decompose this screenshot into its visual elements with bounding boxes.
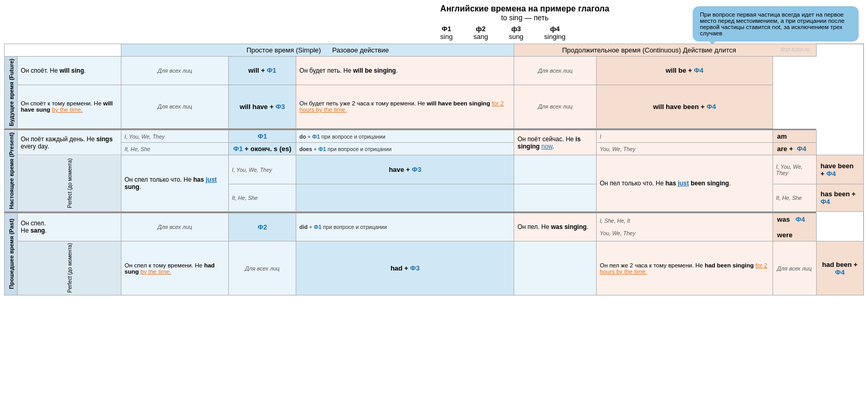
present-simple-example: Он поёт каждый день. Не sings every day. [18,130,121,155]
past-simple-note: did + Ф1 при вопросе и отрицании [296,213,514,241]
form-col-2: ф2 sang [473,25,488,40]
past-perfect-simple-forall: Для всех лиц [229,241,296,295]
present-perfect-row1: Perfect (до момента) Он спел только что.… [5,155,864,184]
present-perfect-simple-example: Он спел только что. Не has just sung. [121,155,229,212]
past-simple-forall: Для всех лиц [121,213,229,241]
form-col-3: ф3 sung [509,25,523,40]
title-block: Английские времена на примере глагола to… [440,4,610,40]
speech-bubble: При вопросе первая частица всегда идет н… [693,6,859,42]
form-value-1: sing [440,33,453,40]
future-perfect-continuous-example: Он будет петь уже 2 часа к тому времени.… [296,85,514,128]
form-col-4: ф4 singing [544,25,566,40]
past-perfect-continuous-formula: had been + Ф4 [816,241,864,295]
present-simple-row: Настоящее время (Present) Он поёт каждый… [5,130,864,143]
past-perfect-continuous-example: Он пел же 2 часа к тому времени. Не had … [596,241,773,295]
past-simple-formula: Ф2 [229,213,296,241]
past-perfect-row: Perfect (до момента) Он спел к тому врем… [5,241,864,295]
forms-row: Ф1 sing ф2 sang ф3 sung ф4 singing [440,25,610,40]
present-perfect-continuous-label2: It, He, She [773,184,816,211]
main-title: Английские времена на примере глагола [440,4,610,14]
past-perfect-label-inner: Perfect (до момента) [18,241,121,295]
future-perfect-continuous-formula: will have been + Ф4 [596,85,773,128]
present-continuous-formula1: am [773,130,816,143]
past-continuous-formula: was Ф4 were [773,213,816,241]
form-col-1: Ф1 sing [440,25,453,40]
present-simple-row2: It, He, She Ф1 + оконч. s (es) does + Ф1… [5,143,864,155]
main-table: Простое время (Simple) Разовое действие … [4,44,864,295]
future-simple-formula: will + Ф1 [229,57,296,85]
present-label-outer: Настоящее время (Present) [5,130,18,212]
bubble-text: При вопросе первая частица всегда идет н… [700,11,845,36]
past-simple-row: Прошедшее время (Past) Он спел.Не sang. … [5,213,864,241]
future-perfect-continuous-forall: Для всех лиц [514,85,596,128]
present-perfect-simple-label1: I, You, We, They [229,155,296,184]
present-perfect-simple-note2 [514,184,596,211]
future-continuous-formula: will be + Ф4 [596,57,773,85]
form-label-2: ф2 [473,25,488,33]
past-perfect-continuous-forall: Для всех лиц [773,241,816,295]
form-value-4: singing [544,33,566,40]
present-continuous-example: Он поёт сейчас. Не is singing now. [514,130,596,155]
form-label-1: Ф1 [440,25,453,33]
present-simple-label2: It, He, She [121,143,229,155]
present-perfect-label-inner: Perfect (до момента) [18,155,121,212]
present-simple-note1: do + Ф1 при вопросе и отрицании [296,130,514,143]
present-simple-formula1: Ф1 [229,130,296,143]
present-perfect-continuous-label1: I, You, We, They [773,155,816,184]
past-perfect-simple-empty [514,241,596,295]
sub-title: to sing — петь [440,14,610,22]
present-perfect-continuous-example: Он пел только что. Не has just been sing… [596,155,773,212]
present-perfect-simple-label2: It, He, She [229,184,296,211]
present-perfect-simple-note1 [514,155,596,184]
header-section: Английские времена на примере глагола to… [4,4,864,42]
past-simple-example: Он спел.Не sang. [18,213,121,241]
continuous-header: Продолжительное время (Continuous) Дейст… [514,44,816,57]
present-perfect-continuous-formula2: has been + Ф4 [816,184,864,211]
future-perfect-simple-example: Он споёт к тому времени. Не will have su… [18,85,121,128]
form-value-3: sung [509,33,523,40]
future-simple-example: Он споёт. Не will sing. [18,57,121,85]
form-label-4: ф4 [544,25,566,33]
page-wrapper: Английские времена на примере глагола to… [0,0,868,300]
past-perfect-simple-example: Он спел к тому времени. Не had sung by t… [121,241,229,295]
future-label-outer: Будущее время (Future) [5,57,18,129]
past-perfect-simple-formula: had + Ф3 [296,241,514,295]
present-continuous-formula2: are + Ф4 [773,143,816,155]
present-continuous-label1: I [596,130,773,143]
future-continuous-forall: Для всех лиц [514,57,596,85]
watermark: first-tutor.ru [781,46,813,52]
future-perfect-simple-formula: will have + Ф3 [229,85,296,128]
present-perfect-continuous-formula1: have been + Ф4 [816,155,864,184]
future-continuous-example: Он будет петь. Не will be singing. [296,57,514,85]
future-perfect-row: Он споёт к тому времени. Не will have su… [5,85,864,128]
header-row: Простое время (Simple) Разовое действие … [5,44,864,57]
present-simple-formula2: Ф1 + оконч. s (es) [229,143,296,155]
present-simple-label1: I, You, We, They [121,130,229,143]
present-continuous-label2: You, We, They [596,143,773,155]
form-value-2: sang [473,33,488,40]
future-perfect-simple-forall: Для всех лиц [121,85,229,128]
present-perfect-simple-formula2 [296,184,514,211]
past-label-outer: Прошедшее время (Past) [5,213,18,295]
past-continuous-example: Он пел. Не was singing. [514,213,596,241]
past-continuous-labels: I, She, He, ItYou, We, They [596,213,773,241]
future-simple-forall: Для всех лиц [121,57,229,85]
form-label-3: ф3 [509,25,523,33]
simple-header: Простое время (Simple) Разовое действие [121,44,514,57]
present-simple-note2: does + Ф1 при вопросе и отрицании [296,143,514,155]
present-perfect-simple-formula1: have + Ф3 [296,155,514,184]
future-simple-row: Будущее время (Future) Он споёт. Не will… [5,57,864,85]
